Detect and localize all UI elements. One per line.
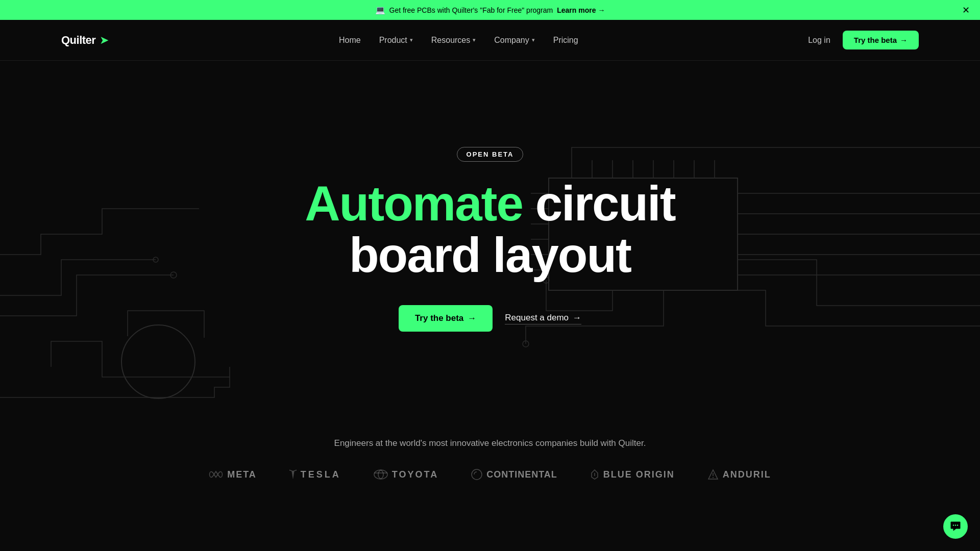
open-beta-badge: OPEN BETA (457, 147, 524, 162)
svg-point-32 (955, 524, 956, 525)
hero-content: OPEN BETA Automate circuitboard layout T… (305, 147, 675, 332)
banner-cta[interactable]: Learn more → (557, 6, 605, 14)
resources-chevron-icon: ▾ (473, 37, 476, 43)
nav-resources[interactable]: Resources ▾ (431, 36, 476, 45)
logo-arrow-icon: ➤ (100, 34, 109, 47)
svg-point-25 (374, 470, 387, 479)
hero-request-demo-button[interactable]: Request a demo → (505, 313, 581, 324)
company-chevron-icon: ▾ (532, 37, 535, 43)
nav-try-beta-button[interactable]: Try the beta → (843, 31, 919, 49)
svg-point-0 (170, 272, 177, 278)
svg-point-1 (153, 257, 158, 262)
hero-buttons: Try the beta → Request a demo → (305, 305, 675, 332)
banner-icon: 💻 (375, 5, 385, 15)
svg-point-24 (523, 341, 529, 347)
nav-product[interactable]: Product ▾ (379, 36, 413, 45)
meta-logo: Meta (209, 469, 257, 480)
banner-close-button[interactable]: ✕ (962, 6, 970, 15)
nav-pricing[interactable]: Pricing (553, 36, 578, 45)
nav-right: Log in Try the beta → (808, 31, 919, 49)
continental-logo: Continental (471, 469, 557, 480)
nav-company[interactable]: Company ▾ (494, 36, 534, 45)
chat-button[interactable] (943, 514, 968, 539)
product-chevron-icon: ▾ (410, 37, 413, 43)
logos-section: Engineers at the world's most innovative… (0, 408, 980, 500)
navbar: Quilter ➤ Home Product ▾ Resources ▾ Com… (0, 20, 980, 61)
svg-point-31 (953, 524, 954, 525)
hero-try-beta-button[interactable]: Try the beta → (399, 305, 493, 332)
hero-section: OPEN BETA Automate circuitboard layout T… (0, 61, 980, 408)
login-link[interactable]: Log in (808, 36, 830, 45)
banner-text: Get free PCBs with Quilter's "Fab for Fr… (389, 6, 553, 14)
svg-point-2 (121, 325, 195, 398)
logo-link[interactable]: Quilter ➤ (61, 34, 109, 47)
svg-point-33 (957, 524, 958, 525)
logo-text: Quilter (61, 34, 95, 47)
svg-point-28 (472, 469, 482, 480)
anduril-logo: ANDURIL (707, 469, 771, 480)
logos-tagline: Engineers at the world's most innovative… (61, 438, 919, 448)
nav-home[interactable]: Home (339, 36, 361, 45)
svg-point-30 (713, 477, 714, 478)
svg-point-26 (378, 470, 383, 479)
announcement-banner: 💻 Get free PCBs with Quilter's "Fab for … (0, 0, 980, 20)
toyota-logo: TOYOTA (374, 469, 438, 480)
blue-origin-logo: BLUE ORIGIN (590, 469, 675, 480)
hero-title: Automate circuitboard layout (305, 178, 675, 281)
tesla-logo: TESLA (289, 469, 341, 480)
logos-row: Meta TESLA TOYOTA Continental (61, 469, 919, 480)
nav-links: Home Product ▾ Resources ▾ Company ▾ Pri… (339, 36, 578, 45)
